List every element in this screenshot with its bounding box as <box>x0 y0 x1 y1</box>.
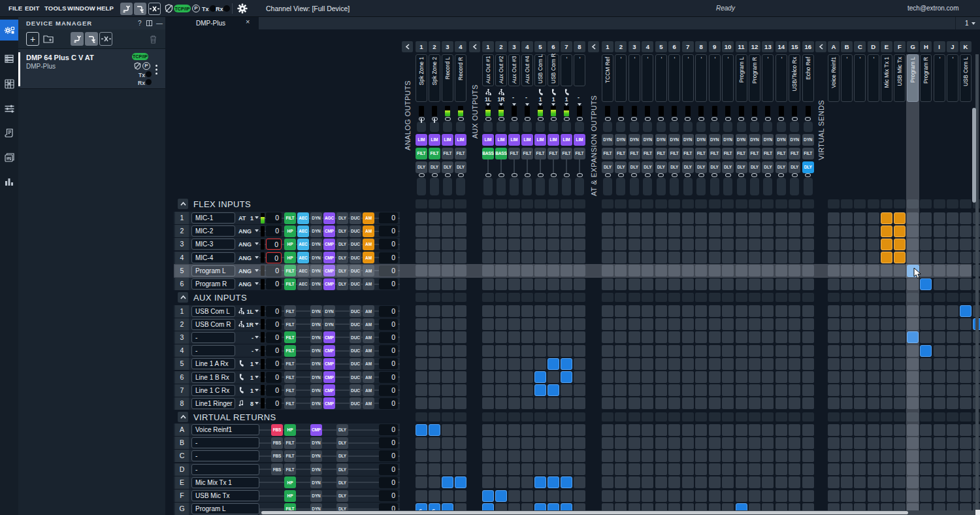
matrix-cell[interactable] <box>881 424 892 436</box>
matrix-cell[interactable] <box>629 424 640 436</box>
matrix-cell[interactable] <box>629 318 640 330</box>
matrix-cell[interactable] <box>749 278 760 290</box>
input-source-caret-icon[interactable] <box>255 376 259 378</box>
output-col-number[interactable]: C <box>854 41 866 52</box>
matrix-cell[interactable] <box>868 490 879 502</box>
matrix-cell[interactable] <box>682 345 694 357</box>
matrix-cell[interactable] <box>508 437 520 449</box>
output-col-gain-track[interactable] <box>616 178 625 195</box>
matrix-cell[interactable] <box>907 225 919 237</box>
matrix-cell[interactable] <box>495 331 507 343</box>
dsp-block-am[interactable]: AM <box>363 212 374 224</box>
output-col-gain-track[interactable] <box>737 178 746 195</box>
matrix-cell[interactable] <box>736 490 747 502</box>
input-gain-value[interactable]: 0 <box>266 358 282 369</box>
matrix-cell[interactable] <box>709 358 721 370</box>
input-source-caret-icon[interactable] <box>255 362 259 365</box>
matrix-cell[interactable] <box>854 384 866 396</box>
crosspoint-orange[interactable] <box>894 239 906 250</box>
matrix-cell[interactable] <box>602 450 613 462</box>
matrix-cell[interactable] <box>695 463 707 475</box>
matrix-cell[interactable] <box>960 476 972 488</box>
matrix-cell[interactable] <box>682 278 694 290</box>
matrix-cell[interactable] <box>749 450 760 462</box>
matrix-cell[interactable] <box>534 424 546 436</box>
dsp-block-filt[interactable]: FILT <box>574 148 585 159</box>
dsp-block-duc[interactable]: DUC <box>350 212 361 224</box>
matrix-cell[interactable] <box>442 345 453 357</box>
input-name-field[interactable]: MIC-3 <box>191 239 235 250</box>
matrix-cell[interactable] <box>668 450 680 462</box>
dsp-block-cmp[interactable]: CMP <box>323 345 335 357</box>
matrix-cell[interactable] <box>574 212 585 224</box>
matrix-cell[interactable] <box>749 476 760 488</box>
dsp-block-dly[interactable]: DLY <box>336 476 348 488</box>
matrix-cell[interactable] <box>881 305 892 317</box>
matrix-cell[interactable] <box>668 278 680 290</box>
matrix-cell[interactable] <box>776 345 787 357</box>
matrix-cell[interactable] <box>802 225 814 237</box>
output-col-fader-knob[interactable] <box>725 117 731 121</box>
dsp-block-dyn[interactable]: DYN <box>668 134 680 146</box>
matrix-cell[interactable] <box>947 278 958 290</box>
matrix-cell[interactable] <box>508 318 520 330</box>
matrix-cell[interactable] <box>776 318 787 330</box>
matrix-cell[interactable] <box>960 252 972 263</box>
output-col-fader-knob[interactable] <box>605 117 611 121</box>
matrix-cell[interactable] <box>789 371 800 383</box>
input-name-field[interactable]: Line 1 A Rx <box>191 358 235 369</box>
output-col-gain-track[interactable] <box>456 178 465 195</box>
matrix-cell[interactable] <box>429 278 440 290</box>
output-col-gain-track[interactable] <box>417 178 426 195</box>
matrix-cell[interactable] <box>561 490 572 502</box>
output-col-number[interactable]: 15 <box>789 41 800 52</box>
matrix-cell[interactable] <box>854 305 866 317</box>
matrix-cell[interactable] <box>416 239 427 250</box>
matrix-cell[interactable] <box>482 384 494 396</box>
matrix-cell[interactable] <box>802 358 814 370</box>
matrix-cell[interactable] <box>789 476 800 488</box>
output-col-number[interactable]: 5 <box>534 41 546 52</box>
matrix-cell[interactable] <box>615 476 627 488</box>
input-name-field[interactable]: - <box>191 437 259 448</box>
matrix-cell[interactable] <box>841 384 853 396</box>
output-col-number[interactable]: 3 <box>629 41 640 52</box>
matrix-cell[interactable] <box>642 265 653 276</box>
matrix-cell[interactable] <box>429 212 440 224</box>
output-col-gain-knob[interactable] <box>738 173 744 177</box>
matrix-cell[interactable] <box>947 371 958 383</box>
matrix-cell[interactable] <box>749 225 760 237</box>
matrix-cell[interactable] <box>682 225 694 237</box>
matrix-cell[interactable] <box>934 239 945 250</box>
sidebar-item-rack[interactable] <box>0 48 18 69</box>
matrix-cell[interactable] <box>854 424 866 436</box>
matrix-cell[interactable] <box>762 278 774 290</box>
add-device-button[interactable]: + <box>26 32 39 46</box>
matrix-cell[interactable] <box>709 212 721 224</box>
matrix-cell[interactable] <box>722 305 734 317</box>
matrix-cell[interactable] <box>789 265 800 276</box>
matrix-cell[interactable] <box>534 305 546 317</box>
crosspoint-blue[interactable] <box>561 358 572 370</box>
matrix-cell[interactable] <box>789 278 800 290</box>
matrix-cell[interactable] <box>920 397 932 409</box>
matrix-cell[interactable] <box>709 265 721 276</box>
matrix-cell[interactable] <box>960 239 972 250</box>
crosspoint-blue[interactable] <box>429 424 440 436</box>
matrix-cell[interactable] <box>934 437 945 449</box>
matrix-cell[interactable] <box>762 371 774 383</box>
matrix-cell[interactable] <box>629 490 640 502</box>
matrix-cell[interactable] <box>709 384 721 396</box>
matrix-cell[interactable] <box>547 225 559 237</box>
matrix-cell[interactable] <box>455 384 466 396</box>
matrix-cell[interactable] <box>655 476 667 488</box>
matrix-cell[interactable] <box>749 212 760 224</box>
output-col-fader-knob[interactable] <box>792 117 798 121</box>
matrix-cell[interactable] <box>802 212 814 224</box>
output-col-number[interactable]: H <box>920 41 932 52</box>
matrix-cell[interactable] <box>668 331 680 343</box>
matrix-cell[interactable] <box>615 358 627 370</box>
output-col-fader-track[interactable] <box>777 122 786 132</box>
matrix-cell[interactable] <box>709 239 721 250</box>
live-push-button[interactable] <box>120 3 133 15</box>
